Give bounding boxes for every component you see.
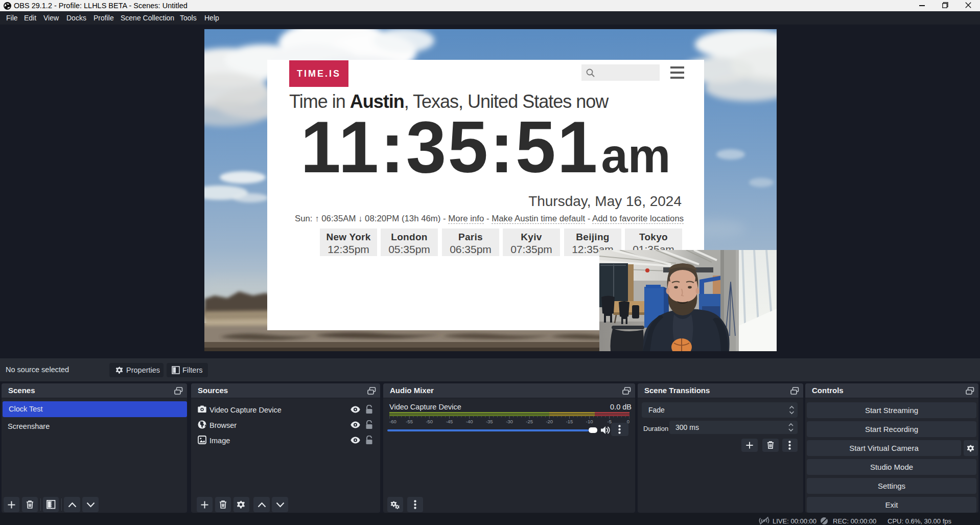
svg-text:-10: -10 — [586, 419, 593, 424]
svg-text:-40: -40 — [466, 419, 473, 424]
svg-text:-30: -30 — [506, 419, 513, 424]
svg-text:-15: -15 — [566, 419, 573, 424]
svg-text:-50: -50 — [426, 419, 433, 424]
svg-text:-35: -35 — [486, 419, 493, 424]
svg-text:-55: -55 — [406, 419, 413, 424]
svg-text:-25: -25 — [526, 419, 533, 424]
svg-text:-60: -60 — [389, 419, 396, 424]
svg-text:-20: -20 — [546, 419, 553, 424]
svg-text:-45: -45 — [446, 419, 453, 424]
